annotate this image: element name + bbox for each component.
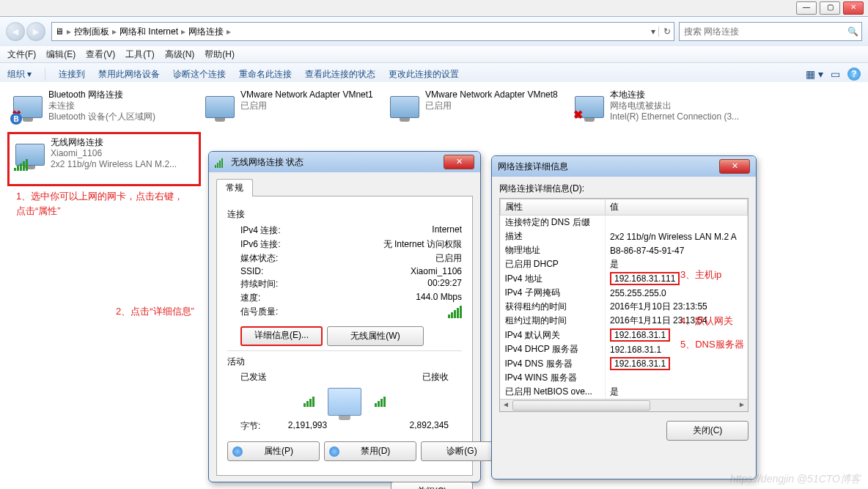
table-row[interactable]: IPv4 DNS 服务器192.168.31.1 [501, 356, 748, 371]
cmd-rename[interactable]: 重命名此连接 [239, 68, 292, 81]
annotation-1: 1、选中你可以上网的网卡，点击右键，点击“属性” [16, 189, 192, 218]
table-row[interactable]: IPv4 WINS 服务器 [501, 371, 748, 385]
adapter-status: Xiaomi_1106 [51, 148, 196, 159]
crumb-sep: ▸ [181, 26, 185, 37]
value-speed: 144.0 Mbps [416, 292, 462, 304]
preview-icon[interactable]: ▭ [831, 68, 840, 80]
cmd-connect[interactable]: 连接到 [59, 68, 85, 81]
property-cell: 获得租约的时间 [501, 300, 606, 314]
label-signal: 信号质量: [240, 306, 278, 318]
wireless-properties-button[interactable]: 无线属性(W) [327, 326, 424, 346]
value-cell: 2016年1月10日 23:13:55 [606, 300, 748, 314]
menu-view[interactable]: 查看(V) [86, 48, 115, 61]
view-icon[interactable]: ▦ ▾ [806, 68, 823, 80]
help-icon[interactable]: ? [847, 67, 861, 81]
table-row[interactable]: 物理地址B8-86-87-45-91-47 [501, 243, 748, 257]
cmd-diagnose[interactable]: 诊断这个连接 [173, 68, 226, 81]
search-input[interactable] [683, 26, 847, 37]
cmd-status[interactable]: 查看此连接的状态 [305, 68, 375, 81]
adapter-vmnet1[interactable]: VMware Network Adapter VMnet1已启用 [199, 87, 389, 136]
titlebar[interactable]: 网络连接详细信息 ✕ [492, 156, 756, 177]
property-cell: 租约过期的时间 [501, 314, 606, 328]
close-button[interactable]: 关闭(C) [391, 482, 473, 489]
table-row[interactable]: 连接特定的 DNS 后缀 [501, 216, 748, 230]
crumb-network-connections[interactable]: 网络连接 [188, 26, 224, 38]
titlebar[interactable]: 无线网络连接 状态 ✕ [209, 152, 480, 172]
crumb-network-internet[interactable]: 网络和 Internet [119, 26, 178, 38]
value-cell: 2x2 11b/g/n Wireless LAN M.2 A [606, 229, 748, 243]
property-cell: 已启用 DHCP [501, 257, 606, 271]
adapter-ethernet[interactable]: ✖ 本地连接网络电缆被拔出Intel(R) Ethernet Connectio… [569, 87, 758, 136]
crumb-control-panel[interactable]: 控制面板 [74, 26, 109, 38]
search-icon[interactable]: 🔍 [847, 26, 858, 37]
property-cell: IPv4 子网掩码 [501, 286, 606, 300]
close-button[interactable]: ✕ [719, 159, 750, 174]
label-ssid: SSID: [240, 266, 263, 276]
menu-advanced[interactable]: 高级(N) [165, 48, 195, 61]
property-cell: IPv4 默认网关 [501, 328, 606, 342]
label-sent: 已发送 [240, 371, 267, 383]
refresh-button[interactable]: ↻ [658, 26, 671, 37]
cmd-disable[interactable]: 禁用此网络设备 [98, 68, 160, 81]
adapter-title: VMware Network Adapter VMnet1 [240, 89, 386, 100]
tab-general[interactable]: 常规 [216, 179, 253, 196]
table-row[interactable]: 已启用 NetBIOS ove...是 [501, 385, 748, 399]
minimize-button[interactable]: — [796, 1, 817, 15]
table-row[interactable]: 描述2x2 11b/g/n Wireless LAN M.2 A [501, 229, 748, 243]
disable-button[interactable]: 禁用(D) [324, 441, 416, 461]
nav-back-button[interactable]: ◄ [6, 22, 25, 41]
menu-help[interactable]: 帮助(H) [205, 48, 235, 61]
address-dropdown[interactable]: ▾ [651, 26, 655, 37]
horizontal-scrollbar[interactable]: ◄► [500, 399, 748, 411]
address-bar[interactable]: 🖥 ▸ 控制面板 ▸ 网络和 Internet ▸ 网络连接 ▸ ▾ ↻ [51, 22, 674, 41]
label-ipv6conn: IPv6 连接: [240, 238, 281, 251]
activity-icon [227, 388, 462, 416]
nav-forward-button[interactable]: ► [26, 22, 45, 41]
search-bar[interactable]: 🔍 [679, 22, 862, 41]
crumb-sep: ▸ [112, 26, 117, 37]
adapter-vmnet8[interactable]: VMware Network Adapter VMnet8已启用 [384, 87, 573, 136]
adapter-wifi[interactable]: 无线网络连接Xiaomi_11062x2 11b/g/n Wireless LA… [7, 132, 201, 186]
details-label: 网络连接详细信息(D): [499, 183, 749, 195]
col-value[interactable]: 值 [606, 199, 748, 216]
toolbar: ◄ ► 🖥 ▸ 控制面板 ▸ 网络和 Internet ▸ 网络连接 ▸ ▾ ↻… [0, 16, 868, 84]
details-button[interactable]: 详细信息(E)... [240, 326, 323, 346]
label-duration: 持续时间: [240, 278, 278, 290]
table-row[interactable]: IPv4 子网掩码255.255.255.0 [501, 286, 748, 300]
organize-button[interactable]: 组织 ▾ [7, 68, 32, 81]
table-row[interactable]: 获得租约的时间2016年1月10日 23:13:55 [501, 300, 748, 314]
crumb-sep: ▸ [227, 26, 231, 37]
value-cell: 255.255.255.0 [606, 286, 748, 300]
value-bytes-recv: 2,892,345 [355, 420, 449, 433]
details-grid[interactable]: 属性值 连接特定的 DNS 后缀描述2x2 11b/g/n Wireless L… [499, 198, 749, 412]
annotation-4: 4、默认网关 [680, 314, 733, 328]
separator [45, 67, 45, 81]
value-ssid: Xiaomi_1106 [411, 266, 462, 276]
adapter-bluetooth[interactable]: ✖B Bluetooth 网络连接未连接Bluetooth 设备(个人区域网) [7, 87, 196, 136]
menu-file[interactable]: 文件(F) [7, 48, 36, 61]
value-bytes-sent: 2,191,993 [260, 420, 354, 433]
menu-edit[interactable]: 编辑(E) [46, 48, 76, 61]
watermark: https://dengjin @51CTO博客 [730, 473, 861, 486]
adapter-desc: Bluetooth 设备(个人区域网) [48, 111, 194, 122]
crumb-sep: ▸ [67, 26, 71, 37]
menu-bar: 文件(F) 编辑(E) 查看(V) 工具(T) 高级(N) 帮助(H) [0, 46, 868, 62]
col-property[interactable]: 属性 [501, 199, 606, 216]
cmd-settings[interactable]: 更改此连接的设置 [389, 68, 459, 81]
signal-bars-icon [448, 306, 462, 318]
adapter-title: Bluetooth 网络连接 [48, 89, 194, 100]
close-button[interactable]: 关闭(C) [666, 421, 749, 441]
property-cell: 已启用 NetBIOS ove... [501, 385, 606, 399]
label-media: 媒体状态: [240, 252, 278, 265]
signal-icon [215, 156, 227, 168]
properties-button[interactable]: 属性(P) [227, 441, 320, 461]
value-cell: 是 [606, 385, 748, 399]
menu-tools[interactable]: 工具(T) [125, 48, 154, 61]
dialog-title: 网络连接详细信息 [498, 161, 568, 173]
value-cell: 是 [606, 257, 748, 271]
maximize-button[interactable]: ▢ [820, 1, 840, 15]
close-button[interactable]: ✕ [843, 1, 864, 15]
close-button[interactable]: ✕ [444, 155, 474, 169]
group-activity: 活动 [227, 356, 462, 368]
adapter-desc: 2x2 11b/g/n Wireless LAN M.2... [51, 159, 196, 170]
